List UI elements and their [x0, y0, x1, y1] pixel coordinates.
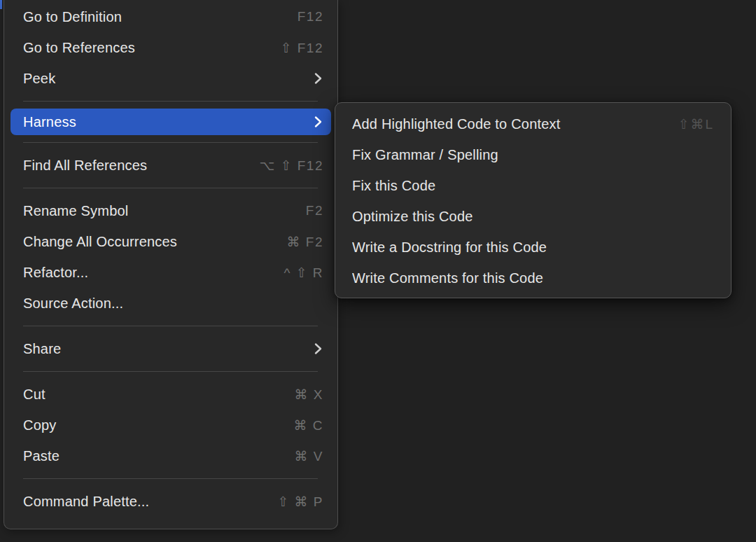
menu-item-harness[interactable]: Harness — [10, 109, 331, 135]
shortcut-hint: ⌘ X — [295, 387, 323, 403]
menu-item-rename-symbol[interactable]: Rename SymbolF2 — [4, 195, 337, 226]
menu-item-label: Find All References — [23, 158, 259, 174]
menu-item-label: Share — [23, 341, 314, 357]
submenu-item-write-comments-for-this-code[interactable]: Write Comments for this Code — [335, 263, 731, 293]
shortcut-hint: F12 — [298, 9, 323, 25]
menu-item-copy[interactable]: Copy⌘ C — [4, 410, 337, 440]
menu-item-label: Fix this Code — [352, 178, 714, 194]
menu-item-refactor[interactable]: Refactor...^ ⇧ R — [4, 257, 337, 288]
shortcut-hint: ⇧ F12 — [281, 40, 323, 56]
menu-item-label: Cut — [23, 387, 295, 403]
menu-item-label: Change All Occurrences — [23, 234, 287, 250]
menu-item-label: Harness — [23, 114, 314, 130]
menu-item-label: Write a Docstring for this Code — [352, 239, 714, 256]
submenu-item-add-highlighted-code-to-context[interactable]: Add Highlighted Code to Context⇧⌘L — [335, 109, 731, 139]
menu-item-label: Refactor... — [23, 265, 284, 281]
menu-item-change-all-occurrences[interactable]: Change All Occurrences⌘ F2 — [4, 226, 337, 257]
menu-item-find-all-references[interactable]: Find All References⌥ ⇧ F12 — [4, 150, 337, 181]
menu-item-source-action[interactable]: Source Action... — [4, 288, 337, 319]
menu-separator — [23, 101, 318, 102]
menu-item-label: Fix Grammar / Spelling — [352, 147, 714, 163]
menu-item-label: Rename Symbol — [23, 203, 306, 219]
chevron-right-icon — [314, 116, 322, 128]
menu-separator — [23, 326, 318, 326]
menu-item-share[interactable]: Share — [4, 333, 337, 364]
menu-item-go-to-references[interactable]: Go to References⇧ F12 — [4, 32, 337, 63]
shortcut-hint: ^ ⇧ R — [284, 265, 323, 281]
menu-item-label: Source Action... — [23, 296, 323, 312]
menu-item-label: Go to Definition — [23, 9, 298, 25]
menu-item-go-to-definition[interactable]: Go to DefinitionF12 — [4, 1, 337, 32]
menu-item-command-palette[interactable]: Command Palette...⇧ ⌘ P — [4, 486, 337, 517]
submenu-item-optimize-this-code[interactable]: Optimize this Code — [335, 201, 731, 232]
shortcut-hint: ⌘ V — [295, 448, 323, 464]
shortcut-hint: F2 — [306, 203, 323, 218]
editor-backdrop: Go to DefinitionF12Go to References⇧ F12… — [0, 0, 756, 542]
menu-item-label: Go to References — [23, 40, 281, 56]
menu-separator — [23, 371, 318, 372]
menu-item-label: Optimize this Code — [352, 209, 714, 225]
menu-separator — [23, 142, 318, 143]
harness-submenu: Add Highlighted Code to Context⇧⌘LFix Gr… — [335, 102, 732, 298]
menu-item-paste[interactable]: Paste⌘ V — [4, 440, 337, 471]
shortcut-hint: ⇧⌘L — [678, 116, 715, 132]
editor-context-menu: Go to DefinitionF12Go to References⇧ F12… — [4, 0, 338, 529]
shortcut-hint: ⌘ F2 — [287, 234, 323, 250]
shortcut-hint: ⌘ C — [294, 417, 324, 433]
chevron-right-icon — [314, 342, 322, 355]
menu-item-peek[interactable]: Peek — [4, 63, 337, 94]
menu-item-label: Command Palette... — [23, 494, 277, 510]
background-artifact — [0, 0, 2, 9]
menu-item-label: Add Highlighted Code to Context — [352, 116, 678, 132]
menu-separator — [23, 188, 318, 188]
shortcut-hint: ⇧ ⌘ P — [277, 494, 323, 510]
menu-item-label: Write Comments for this Code — [352, 270, 714, 286]
submenu-item-fix-this-code[interactable]: Fix this Code — [335, 170, 731, 201]
menu-item-cut[interactable]: Cut⌘ X — [4, 379, 337, 410]
submenu-item-fix-grammar-spelling[interactable]: Fix Grammar / Spelling — [335, 139, 731, 170]
submenu-item-write-a-docstring-for-this-code[interactable]: Write a Docstring for this Code — [335, 232, 731, 263]
chevron-right-icon — [314, 72, 322, 85]
menu-item-label: Copy — [23, 417, 294, 433]
menu-item-label: Paste — [23, 448, 295, 464]
menu-separator — [23, 478, 318, 479]
menu-item-label: Peek — [23, 71, 314, 87]
shortcut-hint: ⌥ ⇧ F12 — [259, 158, 323, 174]
